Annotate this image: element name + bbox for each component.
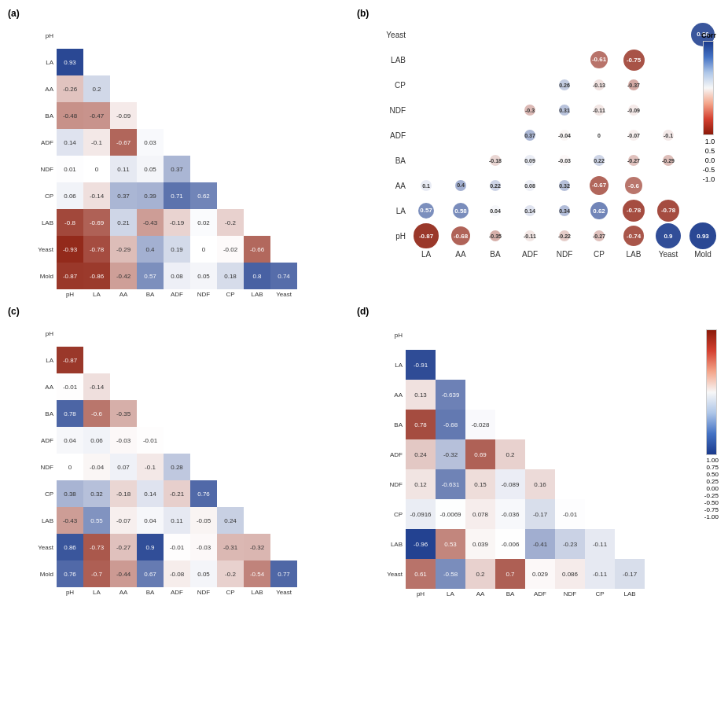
col-label: AA [465,589,495,597]
bubble-circle: -0.27 [594,230,605,241]
heatmap-cell-empty [525,410,555,439]
heatmap-cell-empty [270,102,297,129]
heatmap-cell: -0.67 [110,129,137,156]
col-label: LAB [615,589,645,597]
bubble-row-label: AA [381,182,409,190]
heatmap-cell: -0.35 [110,400,137,427]
col-label: pH [57,289,83,298]
bubble-grid: Yeast0.86LAB-0.61-0.75CP0.26-0.13-0.37ND… [381,22,720,259]
heatmap-cell-empty [83,22,110,49]
bubble-cell: -0.61 [582,47,616,72]
heatmap-cell-empty [164,75,190,102]
bubble-circle: 0.57 [418,203,435,219]
heatmap-cell-empty [57,22,83,49]
row-label: NDF [381,481,406,488]
heatmap-cell: -0.29 [110,236,137,263]
legend-d: 1.00 0.75 0.50 0.25 0.00 -0.25 -0.50 -0.… [704,329,719,520]
col-label: ADF [164,289,190,298]
bubble-cell [443,97,478,123]
heatmap-cell: 0.69 [465,439,495,469]
bubble-circle: 0.32 [559,180,570,191]
bubble-col-label: CP [582,248,616,259]
heatmap-cell: -0.7 [83,560,110,587]
heatmap-cell: -0.87 [57,347,83,373]
bubble-circle: -0.3 [524,105,535,116]
bubble-circle: 0.22 [594,155,605,166]
heatmap-row: ADF0.24-0.320.690.2 [381,439,645,469]
row-label: ADF [381,451,406,458]
heatmap-cell-empty [217,427,244,454]
bubble-circle: 0 [594,130,605,141]
heatmap-cell: 0.4 [137,236,164,263]
heatmap-cell-empty [190,400,217,427]
heatmap-cell-empty [495,410,525,439]
heatmap-cell: -0.21 [164,480,190,507]
heatmap-cell-empty [270,182,297,209]
row-label: ADF [31,437,57,444]
heatmap-d: pHLA-0.91AA0.13-0.639BA0.78-0.68-0.028AD… [357,306,720,597]
bubble-cell [582,22,616,47]
bubble-col-label: NDF [547,248,582,259]
col-label: LA [83,289,110,298]
bubble-col-labels: LAAABAADFNDFCPLABYeastMold [409,248,720,259]
d-tick-3: 0.50 [706,471,719,478]
bubble-circle: 0.08 [524,180,535,191]
heatmap-cell-empty [270,49,297,75]
heatmap-row: LAB-0.8-0.690.21-0.43-0.190.02-0.2 [31,209,297,236]
heatmap-cell: 0.01 [57,156,83,182]
col-label: LAB [244,587,270,596]
bubble-cell: 0.4 [443,173,478,198]
heatmap-cell: -0.03 [190,534,217,560]
heatmap-cell-empty [270,373,297,400]
heatmap-cell-empty [465,320,495,350]
heatmap-cell: 0.7 [495,559,525,589]
bubble-cell: 0.09 [513,148,547,173]
bubble-cell: -0.75 [616,47,651,72]
heatmap-cell: 0.05 [190,263,217,289]
row-label: ADF [31,139,57,146]
bubble-col-label: BA [478,248,513,259]
heatmap-cell-empty [555,380,585,410]
heatmap-cell: -0.18 [110,480,137,507]
heatmap-cell-empty [615,499,645,529]
heatmap-cell: 0.16 [525,469,555,499]
heatmap-cell: -0.01 [137,427,164,454]
col-labels: pHLAAABAADFNDFCPLABYeast [57,587,297,596]
bubble-col-label: AA [443,248,478,259]
heatmap-cell-empty [244,454,270,480]
heatmap-cell: -0.09 [110,102,137,129]
bubble-cell: 0.58 [443,198,478,223]
heatmap-row: Mold-0.87-0.86-0.420.570.080.050.180.80.… [31,263,297,289]
bubble-cell [513,47,547,72]
d-tick-1: 1.00 [706,457,719,464]
heatmap-cell: 0.04 [137,507,164,534]
heatmap-cell: -0.04 [83,454,110,480]
heatmap-cell: 0.78 [406,410,436,439]
row-label: AA [381,391,406,399]
bubble-cell: -0.67 [582,173,616,198]
heatmap-cell: 0 [190,236,217,263]
row-label: BA [31,112,57,119]
heatmap-cell-empty [190,454,217,480]
bubble-cell: -0.27 [582,223,616,248]
bubble-cell: 0.1 [409,173,443,198]
heatmap-cell: 0.086 [555,559,585,589]
heatmap-cell: -0.54 [244,560,270,587]
heatmap-row: Yeast0.61-0.580.20.70.0290.086-0.11-0.17 [381,559,645,589]
bubble-cell: -0.09 [616,97,651,123]
heatmap-cell-empty [137,347,164,373]
heatmap-cell-empty [137,75,164,102]
heatmap-cell-empty [137,49,164,75]
heatmap-cell-empty [137,102,164,129]
heatmap-cell-empty [217,400,244,427]
heatmap-cell-empty [83,49,110,75]
legend-tick-5: -1.0 [703,175,715,183]
heatmap-row: LA0.93 [31,49,297,75]
bubble-cell: -0.1 [651,123,686,148]
heatmap-cell-empty [83,320,110,347]
heatmap-cell: -0.93 [57,236,83,263]
d-tick-4: 0.25 [706,478,719,485]
bubble-circle: -0.68 [451,226,470,245]
heatmap-cell: -0.32 [244,534,270,560]
bubble-circle: -0.37 [628,79,639,90]
